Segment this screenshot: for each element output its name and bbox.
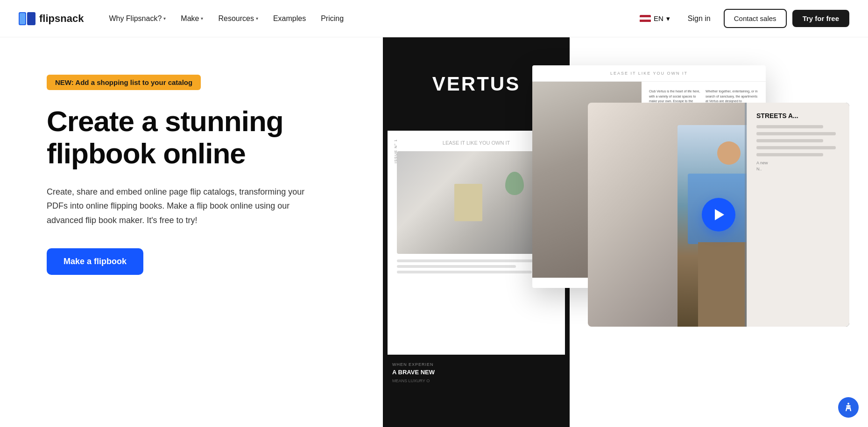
hero-title-line2: flipbook online xyxy=(47,137,246,169)
svg-point-3 xyxy=(847,403,849,405)
nav-links: Why Flipsnack? ▾ Make ▾ Resources ▾ Exam… xyxy=(102,11,635,27)
logo-link[interactable]: flipsnack xyxy=(19,12,84,25)
nav-item-why-flipsnack[interactable]: Why Flipsnack? ▾ xyxy=(102,11,172,27)
text-line-3 xyxy=(397,271,532,273)
reading-text-5 xyxy=(756,153,823,156)
vertus-brand-title: VERTUS xyxy=(432,73,520,95)
reading-text-1 xyxy=(756,125,823,128)
reading-text-2 xyxy=(756,132,836,135)
nav-item-examples[interactable]: Examples xyxy=(267,11,312,27)
reading-text-4 xyxy=(756,146,836,149)
hero-section: NEW: Add a shopping list to your catalog… xyxy=(0,37,868,427)
chevron-down-icon: ▾ xyxy=(666,14,670,23)
reading-text-3 xyxy=(756,139,823,142)
flipsnack-logo-icon xyxy=(19,12,35,25)
interior-photo xyxy=(397,151,556,254)
page-subtitle: LEASE IT LIKE YOU OWN IT xyxy=(397,140,556,146)
make-flipbook-button[interactable]: Make a flipbook xyxy=(47,248,143,275)
sign-in-button[interactable]: Sign in xyxy=(680,11,718,27)
try-for-free-button[interactable]: Try for free xyxy=(792,10,849,27)
reading-preview-card: STREETS A... A newN.. xyxy=(747,103,849,327)
nav-item-make[interactable]: Make ▾ xyxy=(174,11,210,27)
hero-preview-area: VERTUS LEASE IT LIKE YOU OWN IT ISSUE N°… xyxy=(383,37,868,427)
flipbook-bottom: WHEN EXPERIEN A BRAVE NEW MEANS LUXURY O xyxy=(383,355,570,427)
bottom-label: WHEN EXPERIEN xyxy=(392,362,560,367)
play-triangle-icon xyxy=(715,209,724,220)
svg-rect-1 xyxy=(27,12,35,25)
new-feature-badge: NEW: Add a shopping list to your catalog xyxy=(47,75,201,90)
hero-subtitle: Create, share and embed online page flip… xyxy=(47,185,308,228)
us-flag-icon xyxy=(640,15,651,22)
page-text-lines xyxy=(397,259,556,273)
svg-rect-2 xyxy=(20,13,25,24)
text-line-1 xyxy=(397,259,540,262)
person-head xyxy=(717,141,741,165)
lang-label: EN xyxy=(654,14,663,22)
text-line-2 xyxy=(397,265,516,268)
play-button[interactable] xyxy=(702,198,735,231)
chevron-down-icon: ▾ xyxy=(163,16,166,21)
nav-right: EN ▾ Sign in Contact sales Try for free xyxy=(635,9,849,28)
hero-content: NEW: Add a shopping list to your catalog… xyxy=(0,37,383,303)
chevron-down-icon: ▾ xyxy=(256,16,258,21)
bottom-title: A BRAVE NEW xyxy=(392,369,560,377)
language-selector[interactable]: EN ▾ xyxy=(635,12,675,26)
logo-text: flipsnack xyxy=(39,13,84,25)
nav-item-resources[interactable]: Resources ▾ xyxy=(212,11,264,27)
accessibility-button[interactable] xyxy=(838,397,859,418)
contact-sales-button[interactable]: Contact sales xyxy=(724,9,787,28)
chevron-down-icon: ▾ xyxy=(201,16,203,21)
video-bg: STREETS A... A newN.. xyxy=(588,103,849,327)
hero-title: Create a stunning flipbook online xyxy=(47,105,355,170)
reading-card-title: STREETS A... xyxy=(756,112,840,119)
mag-header: LEASE IT LIKE YOU OWN IT xyxy=(532,65,766,82)
accessibility-icon xyxy=(843,402,854,413)
reading-small-text: A newN.. xyxy=(756,160,840,172)
bottom-subtitle: MEANS LUXURY O xyxy=(392,378,560,383)
hero-title-line1: Create a stunning xyxy=(47,105,283,137)
nav-item-pricing[interactable]: Pricing xyxy=(314,11,350,27)
video-preview-overlay: STREETS A... A newN.. xyxy=(588,103,849,327)
navigation: flipsnack Why Flipsnack? ▾ Make ▾ Resour… xyxy=(0,0,868,37)
